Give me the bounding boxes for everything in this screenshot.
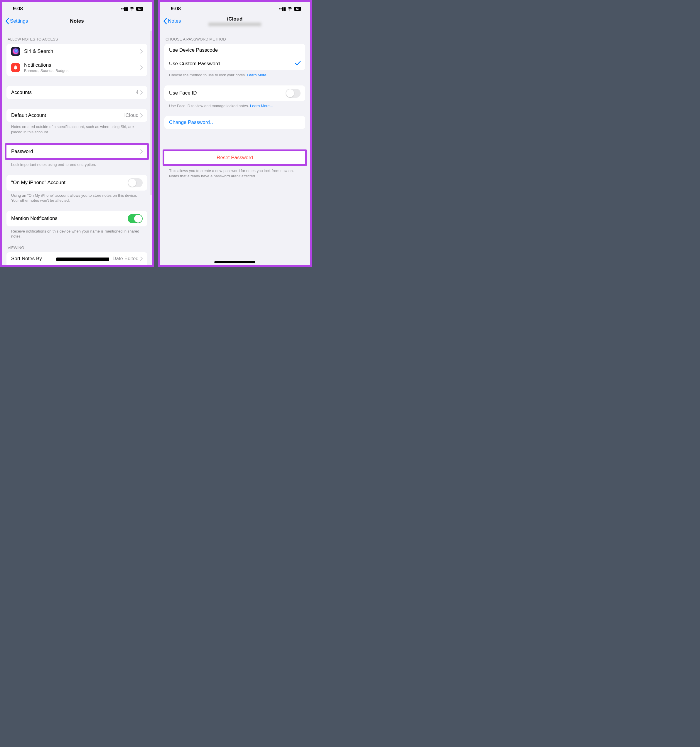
back-label: Settings — [10, 18, 28, 24]
row-custom-password[interactable]: Use Custom Password — [164, 57, 305, 70]
row-value: 4 — [136, 89, 139, 95]
page-title: Notes — [70, 18, 84, 24]
chevron-right-icon — [140, 113, 143, 118]
row-faceid[interactable]: Use Face ID — [164, 85, 305, 101]
group-allow: Siri & Search Notifications Banners, Sou… — [6, 44, 147, 76]
row-sublabel: Banners, Sounds, Badges — [24, 68, 140, 73]
group-sort: Sort Notes By Date Edited — [6, 252, 147, 265]
title-text: iCloud — [208, 16, 261, 22]
wifi-icon — [287, 7, 292, 11]
nav-bar: Notes iCloud — [160, 14, 310, 28]
highlight-reset: Reset Password — [163, 150, 307, 166]
status-icons: ▪▪▮▮ 52 — [279, 6, 301, 11]
row-mention[interactable]: Mention Notifications — [6, 211, 147, 226]
row-label: Use Custom Password — [169, 61, 295, 67]
row-reset-password[interactable]: Reset Password — [164, 151, 305, 164]
status-bar: 9:08 ▪▪▮▮ 52 — [160, 2, 310, 14]
page-title: iCloud — [208, 16, 261, 26]
home-indicator[interactable] — [214, 261, 255, 263]
row-label: "On My iPhone" Account — [11, 180, 128, 186]
section-header-allow: ALLOW NOTES TO ACCESS — [2, 28, 152, 44]
battery-icon: 52 — [294, 7, 301, 11]
row-password[interactable]: Password — [6, 145, 147, 158]
row-device-passcode[interactable]: Use Device Passcode — [164, 44, 305, 57]
chevron-right-icon — [140, 91, 143, 95]
row-on-my-iphone[interactable]: "On My iPhone" Account — [6, 175, 147, 191]
learn-more-link[interactable]: Learn More… — [250, 104, 273, 108]
row-value: Date Edited — [112, 256, 139, 262]
group-password-method: Use Device Passcode Use Custom Password — [164, 44, 305, 70]
row-label: Siri & Search — [24, 48, 140, 54]
status-bar: 9:08 ▪▪▮▮ 52 — [2, 2, 152, 14]
row-siri[interactable]: Siri & Search — [6, 44, 147, 59]
footer-mention: Receive notifications on this device whe… — [2, 226, 152, 239]
right-screenshot: 9:08 ▪▪▮▮ 52 Notes iCloud CHOOSE A PASSW… — [158, 0, 312, 267]
row-label: Default Account — [11, 112, 124, 118]
scrollbar[interactable] — [151, 30, 151, 195]
section-header-choose: CHOOSE A PASSWORD METHOD — [160, 28, 310, 44]
scroll-content[interactable]: ALLOW NOTES TO ACCESS Siri & Search Noti… — [2, 28, 152, 265]
row-value: iCloud — [124, 112, 139, 118]
footer-default-account: Notes created outside of a specific acco… — [2, 122, 152, 135]
row-label: Mention Notifications — [11, 216, 128, 221]
group-faceid: Use Face ID — [164, 85, 305, 101]
row-label: Notifications — [24, 62, 140, 68]
row-accounts[interactable]: Accounts 4 — [6, 86, 147, 99]
footer-text: Use Face ID to view and manage locked no… — [169, 104, 250, 108]
clock: 9:08 — [171, 6, 181, 12]
footer-password: Lock important notes using end-to-end en… — [2, 160, 152, 167]
row-label: Password — [11, 148, 140, 154]
toggle-faceid[interactable] — [285, 89, 300, 98]
row-label: Use Device Passcode — [169, 47, 300, 53]
footer-text: Choose the method to use to lock your no… — [169, 73, 247, 77]
chevron-right-icon — [140, 150, 143, 154]
footer-faceid: Use Face ID to view and manage locked no… — [160, 101, 310, 109]
section-header-viewing: VIEWING — [2, 239, 152, 252]
row-change-password[interactable]: Change Password… — [164, 116, 305, 129]
toggle-on-my-iphone[interactable] — [128, 178, 143, 188]
redaction-bar — [56, 257, 109, 261]
clock: 9:08 — [13, 6, 23, 12]
chevron-left-icon — [163, 18, 167, 24]
scroll-content[interactable]: CHOOSE A PASSWORD METHOD Use Device Pass… — [160, 28, 310, 265]
back-button[interactable]: Settings — [5, 18, 28, 24]
row-label: Use Face ID — [169, 90, 285, 96]
row-label: Accounts — [11, 89, 136, 95]
title-subtitle-redacted — [208, 23, 261, 26]
group-accounts: Accounts 4 — [6, 86, 147, 99]
row-label: Change Password… — [169, 119, 215, 126]
chevron-right-icon — [140, 65, 143, 70]
group-change-password: Change Password… — [164, 116, 305, 129]
status-icons: ▪▪▮▮ 52 — [121, 6, 143, 11]
wifi-icon — [130, 7, 134, 11]
group-mention: Mention Notifications — [6, 211, 147, 226]
learn-more-link[interactable]: Learn More… — [247, 73, 270, 77]
row-notifications[interactable]: Notifications Banners, Sounds, Badges — [6, 59, 147, 76]
row-default-account[interactable]: Default Account iCloud — [6, 109, 147, 122]
toggle-mention[interactable] — [128, 214, 143, 223]
footer-on-my-iphone: Using an "On My iPhone" account allows y… — [2, 191, 152, 203]
signal-icon: ▪▪▮▮ — [279, 6, 285, 11]
group-on-my-iphone: "On My iPhone" Account — [6, 175, 147, 191]
back-label: Notes — [168, 18, 181, 24]
row-sort[interactable]: Sort Notes By Date Edited — [6, 252, 147, 265]
nav-bar: Settings Notes — [2, 14, 152, 28]
battery-icon: 52 — [136, 7, 143, 11]
chevron-right-icon — [140, 257, 143, 261]
group-default-account: Default Account iCloud — [6, 109, 147, 122]
signal-icon: ▪▪▮▮ — [121, 6, 128, 11]
back-button[interactable]: Notes — [163, 18, 181, 24]
checkmark-icon — [295, 60, 300, 67]
siri-icon — [11, 47, 20, 56]
row-label: Reset Password — [169, 155, 300, 160]
left-screenshot: 9:08 ▪▪▮▮ 52 Settings Notes ALLOW NOTES … — [0, 0, 154, 267]
highlight-password: Password — [5, 143, 149, 160]
footer-reset: This allows you to create a new password… — [160, 166, 310, 178]
chevron-left-icon — [5, 18, 9, 24]
footer-method: Choose the method to use to lock your no… — [160, 70, 310, 78]
chevron-right-icon — [140, 49, 143, 53]
notifications-icon — [11, 63, 20, 72]
